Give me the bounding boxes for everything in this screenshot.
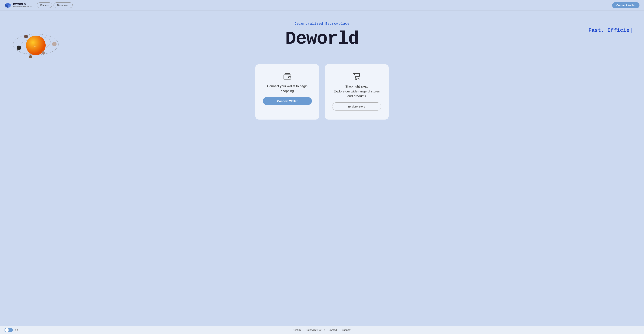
planet-scene: ●●● <box>4 16 60 69</box>
footer-copyright: © <box>324 329 326 331</box>
toggle-knob <box>5 328 9 332</box>
logo-area: DWORLD Decentralized Escrow <box>4 2 32 9</box>
footer-separator-2: · <box>339 329 340 331</box>
svg-text:●●●: ●●● <box>34 45 38 47</box>
explore-store-button[interactable]: Explore Store <box>332 102 381 111</box>
footer-brand-link[interactable]: Deworld <box>328 329 337 331</box>
svg-point-5 <box>24 35 28 38</box>
logo-subtitle: Decentralized Escrow <box>13 6 32 8</box>
svg-point-14 <box>358 79 359 80</box>
theme-toggle[interactable] <box>4 328 13 332</box>
nav-dashboard-button[interactable]: Dashboard <box>54 2 73 8</box>
svg-point-1 <box>13 34 58 55</box>
footer-built-with: Built with ♡ at <box>306 329 322 331</box>
nav-links: Planets Dashboard <box>37 2 73 8</box>
main-content: ●●● Fast, Efficie| Decentralized Escrowp… <box>0 10 644 326</box>
svg-point-8 <box>16 46 21 50</box>
settings-gear-button[interactable]: ⚙ <box>15 328 18 332</box>
footer-left-controls: ⚙ <box>4 328 18 332</box>
svg-point-13 <box>355 79 357 80</box>
wallet-card-text: Connect your wallet to begin shopping <box>263 84 312 93</box>
svg-rect-11 <box>284 75 291 79</box>
logo-icon <box>4 2 11 9</box>
svg-point-6 <box>42 51 45 55</box>
navbar: DWORLD Decentralized Escrow Planets Dash… <box>0 0 644 10</box>
cards-container: Connect your wallet to begin shopping Co… <box>255 64 389 120</box>
svg-point-7 <box>52 42 56 46</box>
hero-title: Deworld <box>285 29 358 49</box>
connect-wallet-nav-button[interactable]: Connect Wallet <box>612 2 640 8</box>
logo-text-group: DWORLD Decentralized Escrow <box>13 3 32 8</box>
hero-subtitle: Decentralized Escrowplace <box>294 22 350 26</box>
svg-point-9 <box>29 55 32 58</box>
footer-separator-1: · <box>303 329 304 331</box>
wallet-icon <box>284 73 291 80</box>
shop-card-text: Shop right awayExplore our wide range of… <box>334 84 380 99</box>
shop-card: Shop right awayExplore our wide range of… <box>325 64 389 120</box>
svg-point-2 <box>16 34 52 57</box>
svg-rect-12 <box>288 77 291 78</box>
svg-point-3 <box>26 36 46 55</box>
wallet-card-connect-button[interactable]: Connect Wallet <box>263 97 312 105</box>
footer-github-link[interactable]: Github <box>294 329 301 331</box>
wallet-card: Connect your wallet to begin shopping Co… <box>255 64 319 120</box>
cart-icon <box>353 73 360 80</box>
nav-planets-button[interactable]: Planets <box>37 2 52 8</box>
typing-text: Fast, Efficie| <box>588 27 633 33</box>
logo-title: DWORLD <box>13 3 32 6</box>
footer-support-link[interactable]: Support <box>342 329 351 331</box>
footer: ⚙ Github · Built with ♡ at © Deworld · S… <box>0 326 644 334</box>
